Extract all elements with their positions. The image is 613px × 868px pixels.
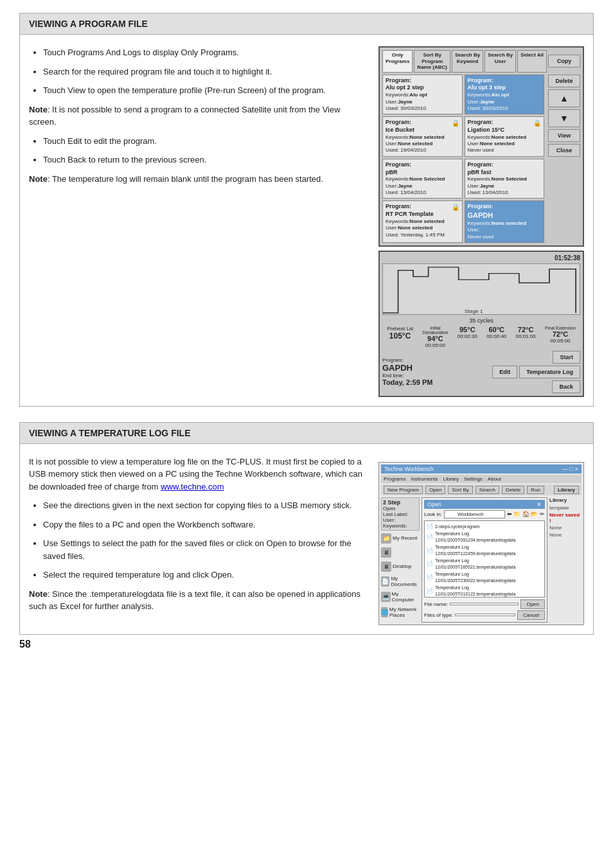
temp-profile: 01:52:38 Stage 1 xyxy=(378,251,584,397)
program-card-pbrfast[interactable]: Program:pBR fast Keywords:None Selected … xyxy=(465,159,545,199)
svg-rect-0 xyxy=(383,264,580,314)
wb-file-6[interactable]: 📄Temperature Log 12/01/2005T013122.tempe… xyxy=(427,585,542,598)
wb-title: Techne Workbench xyxy=(384,466,434,472)
program-card-alu2[interactable]: Program:Alu opt 2 step Keywords:Alu opt … xyxy=(382,75,463,115)
wb-sidebar: 2 Step Open Last Label: User: Keywords: … xyxy=(381,497,420,623)
documents-icon: 📄 xyxy=(381,576,389,587)
s2-bullet-1: See the directions given in the next sec… xyxy=(43,499,366,512)
arrow-down-btn[interactable]: ▼ xyxy=(548,109,580,127)
wb-menu-programs[interactable]: Programs xyxy=(384,476,406,482)
bullet-4: Touch Edit to edit the program. xyxy=(43,135,366,148)
section2-para1: It is not possible to view a temperature… xyxy=(29,456,366,493)
search-keyword-btn[interactable]: Search ByKeyword xyxy=(452,50,483,73)
program-card-pbr[interactable]: Program:pBR Keywords:None Selected User:… xyxy=(382,159,463,199)
section1-left: Touch Programs And Logs to display Only … xyxy=(29,46,366,397)
note2: Note: The temperature log will remain bl… xyxy=(29,173,366,186)
program-card-alu3[interactable]: Program:Alu opt 3 step Keywords:Alu opt … xyxy=(465,75,545,115)
wb-open-btn[interactable]: Open xyxy=(425,486,446,494)
wb-menu-bar: Programs Instruments Library Settings Ab… xyxy=(381,475,582,483)
desktop-icon: 🖥 xyxy=(381,562,391,572)
program-card-ligation[interactable]: 🔒 Program:Ligation 15°C Keywords:None se… xyxy=(465,116,545,157)
wb-file-3[interactable]: 📄Temperature Log 12/01/2005T122459.tempe… xyxy=(427,544,542,558)
program-card-gapdh[interactable]: Program:GAPDH Keywords:None selected Use… xyxy=(465,200,545,243)
bullet-3: Touch View to open the temperature profi… xyxy=(43,84,366,97)
wb-open-file-btn[interactable]: Open xyxy=(520,599,545,609)
bullet-5: Touch Back to return to the previous scr… xyxy=(43,154,366,166)
wb-menu-settings[interactable]: Settings xyxy=(464,476,483,482)
wb-file-4[interactable]: 📄Temperature Log 12/01/2005T165521.tempe… xyxy=(427,558,542,571)
my-recent-icon: 📁 xyxy=(381,533,391,544)
start-btn[interactable]: Start xyxy=(553,351,580,364)
open-dialog-close[interactable]: ✕ xyxy=(537,501,542,508)
wb-my-documents[interactable]: 📄 My Documents xyxy=(381,576,420,587)
select-all-btn[interactable]: Select All xyxy=(517,50,547,73)
only-programs-btn[interactable]: OnlyPrograms xyxy=(382,50,413,73)
wb-cancel-btn[interactable]: Cancel xyxy=(517,610,545,620)
wb-desktop[interactable]: 🖥 Desktop xyxy=(381,562,420,572)
nav-icons[interactable]: ⬅ 📁 🏠 📂 ✏ xyxy=(507,511,545,517)
wb-win-controls[interactable]: — □ × xyxy=(562,466,578,472)
edit-btn[interactable]: Edit xyxy=(492,366,517,378)
wb-file-2[interactable]: 📄Temperature Log 12/01/2005T091234.tempe… xyxy=(427,531,542,544)
temp-graph-area: Stage 1 xyxy=(382,263,580,315)
section2-note: Note: Since the .temperaturelogdata file… xyxy=(29,588,366,613)
wb-my-computer[interactable]: 💻 My Computer xyxy=(381,591,420,603)
look-in-label: Look in: xyxy=(424,511,442,517)
wb-menu-library[interactable]: Library xyxy=(443,476,458,482)
filename-input[interactable] xyxy=(450,603,519,605)
view-btn[interactable]: View xyxy=(548,129,580,142)
wb-network[interactable]: 🖥 xyxy=(381,547,420,558)
program-card-rtpcr[interactable]: 🔒 Program:RT PCR Template Keywords:None … xyxy=(382,200,463,243)
bullet-1: Touch Programs And Logs to display Only … xyxy=(43,46,366,59)
section1-header: VIEWING A PROGRAM FILE xyxy=(19,13,594,35)
wb-my-network[interactable]: 🌐 My Network Places xyxy=(381,607,420,618)
wb-menu-about[interactable]: About xyxy=(488,476,501,482)
program-card-ice[interactable]: 🔒 Program:Ice Bucket Keywords:None selec… xyxy=(382,116,463,157)
network-icon: 🖥 xyxy=(381,547,391,558)
s2-bullet-4: Select the required temperature log and … xyxy=(43,569,366,581)
step3-info: 72°C 00:01:00 xyxy=(516,326,536,348)
network-places-icon: 🌐 xyxy=(381,607,388,617)
wb-file-browser-main: Open ✕ Look in: Workbench ⬅ 📁 🏠 📂 ✏ xyxy=(422,497,547,623)
browser-side-buttons: Delete ▲ ▼ View Close xyxy=(548,75,580,243)
wb-toolbar: New Program Open Sort By Search Delete R… xyxy=(381,484,582,495)
svg-text:Stage 1: Stage 1 xyxy=(465,309,483,314)
wb-file-list-area: 📄2-steps.cyclerprogram 📄Temperature Log … xyxy=(424,520,545,598)
delete-btn[interactable]: Delete xyxy=(548,75,580,87)
wb-search-btn[interactable]: Search xyxy=(475,486,499,494)
section2-header: VIEWING A TEMPERATURE LOG FILE xyxy=(19,422,594,444)
final-ext-info: Final Extension 72°C 00:05:00 xyxy=(545,326,576,348)
wb-file-5[interactable]: 📄Temperature Log 12/01/2005T230022.tempe… xyxy=(427,571,542,585)
files-of-type-label: Files of type: xyxy=(424,612,453,618)
s2-bullet-2: Copy the files to a PC and open the Work… xyxy=(43,518,366,531)
wb-title-bar: Techne Workbench — □ × xyxy=(381,465,582,474)
workbench-mockup: Techne Workbench — □ × Programs Instrume… xyxy=(378,456,584,625)
program-list: Program:Alu opt 2 step Keywords:Alu opt … xyxy=(382,75,544,243)
look-in-field[interactable]: Workbench xyxy=(444,510,505,518)
wb-files: 📄2-steps.cyclerprogram 📄Temperature Log … xyxy=(427,523,542,598)
wb-right-never-saved: Never saved ! xyxy=(549,512,582,524)
files-of-type-select[interactable] xyxy=(455,614,515,616)
copy-btn[interactable]: Copy xyxy=(548,55,580,67)
step1-info: 95°C 00:00:30 xyxy=(458,326,477,348)
wb-delete-btn[interactable]: Delete xyxy=(502,486,524,494)
wb-library-btn[interactable]: Library xyxy=(554,486,579,494)
section2-left: It is not possible to view a temperature… xyxy=(29,456,366,625)
close-btn[interactable]: Close xyxy=(548,144,580,157)
note1: Note: It is not possible to send a progr… xyxy=(29,103,366,128)
wb-new-program-btn[interactable]: New Program xyxy=(384,486,423,494)
techne-link[interactable]: www.techne.com xyxy=(161,482,224,492)
arrow-up-btn[interactable]: ▲ xyxy=(548,89,580,107)
bullet-2: Search for the required program file and… xyxy=(43,66,366,78)
temp-timer: 01:52:38 xyxy=(382,254,580,261)
search-user-btn[interactable]: Search ByUser xyxy=(484,50,516,73)
back-btn[interactable]: Back xyxy=(552,380,580,393)
wb-menu-instruments[interactable]: Instruments xyxy=(411,476,438,482)
section1-right: OnlyPrograms Sort ByProgramName (ABC) Se… xyxy=(378,46,584,397)
sort-by-btn[interactable]: Sort ByProgramName (ABC) xyxy=(414,50,450,73)
temp-log-btn[interactable]: Temperature Log xyxy=(519,366,580,378)
wb-sort-btn[interactable]: Sort By xyxy=(448,486,472,494)
wb-my-recent[interactable]: 📁 My Recent xyxy=(381,533,420,544)
wb-run-btn[interactable]: Run xyxy=(527,486,544,494)
wb-file-1[interactable]: 📄2-steps.cyclerprogram xyxy=(427,523,542,531)
